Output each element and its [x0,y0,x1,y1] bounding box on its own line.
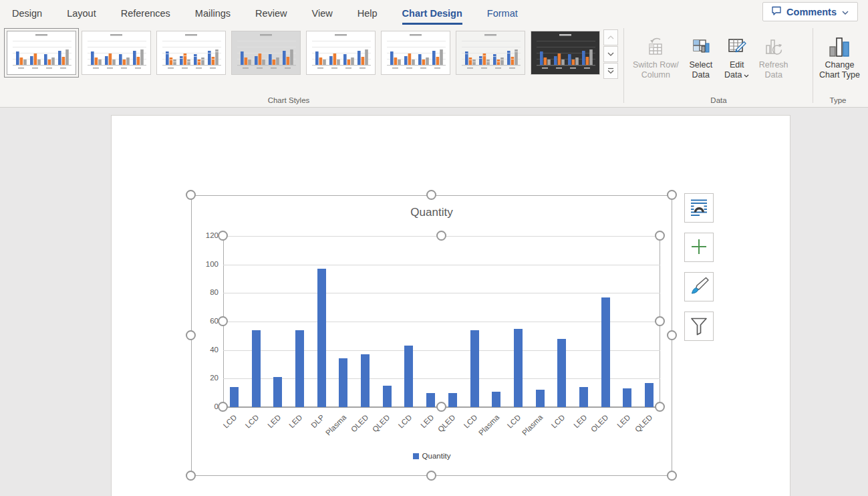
y-axis-tick-label: 80 [189,288,219,296]
chart-style-4[interactable] [231,31,301,75]
y-axis-tick-label: 120 [189,231,219,239]
legend-label: Quantity [422,452,451,460]
layout-options-button[interactable] [684,193,714,223]
chart-styles-group-label: Chart Styles [0,96,577,104]
chart-bar[interactable] [623,388,631,407]
y-axis-tick-label: 60 [189,317,219,325]
selection-handle[interactable] [667,190,677,200]
chart-styles-brush-button[interactable] [684,272,714,301]
chart-bar[interactable] [470,330,479,407]
selection-handle[interactable] [667,330,677,340]
chart-bar[interactable] [361,354,370,407]
select-data-icon [690,31,712,58]
plot-selection-handle[interactable] [655,402,665,412]
plot-selection-handle[interactable] [218,231,228,241]
chart-bar[interactable] [383,386,392,407]
chart-style-8[interactable] [531,31,600,75]
ribbon-tabs: DesignLayoutReferencesMailingsReviewView… [0,0,868,25]
ribbon-tab-bar: DesignLayoutReferencesMailingsReviewView… [0,0,868,25]
plot-selection-handle[interactable] [655,231,665,241]
chart-bar[interactable] [230,387,239,407]
selection-handle[interactable] [186,190,196,200]
gallery-scroll-controls [603,29,618,80]
tab-help[interactable]: Help [357,0,378,25]
tab-design[interactable]: Design [12,0,42,25]
chart-styles-gallery [7,31,600,75]
selection-handle[interactable] [667,471,677,481]
switch-row-column-button: Switch Row/Column [629,29,683,83]
selection-handle[interactable] [426,471,436,481]
y-axis-tick-label: 20 [189,374,219,382]
chart-bar[interactable] [339,358,347,407]
tab-view[interactable]: View [312,0,333,25]
chart-bar[interactable] [514,329,523,407]
chart-style-7[interactable] [456,31,525,75]
gallery-more-button[interactable] [603,63,618,79]
chart-bar[interactable] [295,330,304,407]
button-label: EditData [724,60,749,80]
chart-side-buttons [684,193,714,341]
plot-selection-handle[interactable] [655,316,665,326]
y-axis-tick-label: 100 [189,260,219,268]
chart-legend[interactable]: Quantity [191,452,672,460]
tab-layout[interactable]: Layout [67,0,96,25]
gridline [223,322,660,322]
comment-icon [771,5,782,18]
comments-button[interactable]: Comments [762,2,858,21]
chart-style-5[interactable] [306,31,376,75]
scroll-down-button[interactable] [603,46,618,62]
tab-references[interactable]: References [121,0,170,25]
selection-handle[interactable] [186,330,196,340]
group-separator [813,28,813,103]
chart-style-3[interactable] [156,31,226,75]
y-axis-tick-label: 0 [189,402,219,410]
edit-data-button[interactable]: EditData [719,29,755,83]
chart-bar[interactable] [536,390,545,407]
chart-style-6[interactable] [381,31,450,75]
chart-bar[interactable] [404,346,413,407]
tab-review[interactable]: Review [255,0,287,25]
data-group: Switch Row/ColumnSelectDataEditDataRefre… [629,29,792,83]
button-label: ChangeChart Type [819,60,860,80]
tab-format[interactable]: Format [487,0,518,25]
chart-bar[interactable] [492,392,500,407]
document-page[interactable]: Quantity Quantity 020406080100120LCDLCDL… [111,115,790,496]
chart-style-1[interactable] [7,31,76,75]
plot-selection-handle[interactable] [218,316,228,326]
type-group: ChangeChart Type [815,29,864,83]
chart-bar[interactable] [601,297,610,407]
plot-selection-handle[interactable] [436,402,446,412]
chart-bar[interactable] [317,269,326,407]
chart-elements-button[interactable] [684,233,714,262]
chart-bar[interactable] [557,339,566,407]
edit-data-icon [726,31,748,58]
legend-swatch [413,453,419,459]
select-data-button[interactable]: SelectData [683,29,719,83]
button-label: Switch Row/Column [633,60,679,80]
chart-bar[interactable] [426,393,435,407]
tab-mailings[interactable]: Mailings [195,0,231,25]
button-label: RefreshData [759,60,788,80]
selection-handle[interactable] [186,471,196,481]
chart-filters-button[interactable] [684,312,714,341]
chart-bar[interactable] [645,383,654,407]
chart-title[interactable]: Quantity [331,206,532,219]
chart-bar[interactable] [579,387,588,407]
chart-elements-icon [690,237,708,258]
chart-bar[interactable] [273,377,282,407]
chart-style-2[interactable] [82,31,151,75]
chart-filters-icon [689,316,709,338]
plot-selection-handle[interactable] [436,231,446,241]
plot-selection-handle[interactable] [218,402,228,412]
gridline [223,293,660,293]
selection-handle[interactable] [426,190,436,200]
change-chart-type-button[interactable]: ChangeChart Type [815,29,864,83]
data-group-label: Data [625,96,813,104]
button-label: SelectData [689,60,712,80]
chart-bar[interactable] [448,393,457,407]
ribbon: Chart Styles Switch Row/ColumnSelectData… [0,25,868,108]
refresh-data-icon [763,31,784,58]
chart-bar[interactable] [252,330,261,407]
tab-chart-design[interactable]: Chart Design [402,0,462,25]
type-group-label: Type [813,96,863,104]
